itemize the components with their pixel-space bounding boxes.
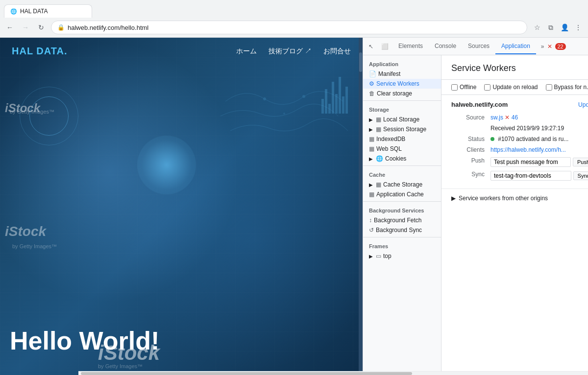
sidebar-item-web-sql[interactable]: ▦ Web SQL (363, 144, 441, 154)
sw-received-value: Received 2019/9/9 19:27:19 (490, 125, 588, 132)
sw-error-count-link[interactable]: 46 (512, 114, 518, 121)
bypass-checkbox-label[interactable]: Bypass for n... (546, 84, 588, 91)
tab-elements[interactable]: Elements (392, 39, 429, 54)
sync-button[interactable]: Sync (573, 171, 588, 180)
offline-label: Offline (460, 84, 476, 91)
tab-bar: 🌐 HAL DATA (0, 0, 588, 18)
sync-input[interactable] (490, 171, 571, 181)
sidebar-section-storage: Storage (363, 103, 441, 115)
sidebar-label-bg-sync: Background Sync (376, 227, 422, 234)
sidebar-item-cache-storage[interactable]: ▶ ▦ Cache Storage (363, 180, 441, 189)
offline-checkbox-label[interactable]: Offline (451, 84, 476, 91)
browser-toolbar: ← → ↻ 🔒 halweb.netlify.com/hello.html ☆ … (0, 18, 588, 37)
sidebar-label-cache-storage: Cache Storage (383, 181, 422, 188)
cache-storage-icon: ▦ (376, 181, 381, 188)
sidebar-item-top-frame[interactable]: ▶ ▭ top (363, 251, 441, 261)
sidebar-divider-3 (363, 201, 441, 202)
sidebar-item-bg-sync[interactable]: ↺ Background Sync (363, 225, 441, 235)
address-bar[interactable]: 🔒 halweb.netlify.com/hello.html (51, 21, 527, 34)
bypass-label: Bypass for n... (554, 84, 588, 91)
sidebar-item-clear-storage[interactable]: 🗑 Clear storage (363, 89, 441, 98)
bypass-checkbox[interactable] (546, 84, 552, 91)
profile-button[interactable]: 👤 (559, 22, 570, 33)
tab-console[interactable]: Console (429, 39, 462, 54)
lock-icon: 🔒 (57, 24, 65, 31)
url-text: halweb.netlify.com/hello.html (68, 24, 148, 31)
sidebar-item-service-workers[interactable]: ⚙ Service Workers (363, 79, 441, 89)
main-content: iStock by Getty Images™ iStock by Getty … (0, 38, 588, 375)
sw-other-origins-section: ▶ Service workers from other origins (441, 189, 588, 208)
sw-source-file-link[interactable]: sw.js (490, 114, 503, 121)
devtools-tab-bar: ↖ ⬜ Elements Console Sources Application… (363, 38, 588, 55)
sidebar-label-local-storage: Local Storage (383, 116, 419, 123)
sidebar-label-top: top (383, 253, 392, 259)
sidebar-item-manifest[interactable]: 📄 Manifest (363, 69, 441, 79)
tab-sources[interactable]: Sources (462, 39, 495, 54)
site-nav-links: ホーム 技術ブログ ↗ お問合せ (236, 47, 351, 56)
update-on-reload-checkbox[interactable] (484, 84, 490, 91)
tab-application[interactable]: Application (495, 39, 536, 54)
sidebar-item-session-storage[interactable]: ▶ ▦ Session Storage (363, 124, 441, 134)
sidebar-divider-4 (363, 237, 441, 237)
cursor-icon[interactable]: ↖ (365, 41, 377, 52)
error-x-icon: ✕ (547, 43, 552, 50)
hero-heading: Hello World! (10, 326, 159, 355)
sw-sync-label: Sync (451, 171, 490, 178)
sw-sync-row: Sync Sync (451, 169, 588, 183)
sidebar-item-indexeddb[interactable]: ▦ IndexedDB (363, 134, 441, 144)
offline-checkbox[interactable] (451, 84, 458, 91)
forward-button[interactable]: → (20, 22, 31, 33)
sidebar-item-local-storage[interactable]: ▶ ▦ Local Storage (363, 115, 441, 124)
update-on-reload-checkbox-label[interactable]: Update on reload (484, 84, 538, 91)
getty-watermark-2: by Getty Images™ (12, 243, 57, 249)
sw-update-link[interactable]: Upd... (578, 101, 588, 108)
local-storage-icon: ▦ (376, 116, 381, 123)
svg-point-1 (302, 95, 305, 98)
extensions-button[interactable]: ⧉ (545, 22, 557, 33)
site-logo: HAL DATA. (12, 46, 67, 57)
sw-origin-section: halweb.netlify.com Upd... Source sw.js ✕… (441, 95, 588, 189)
error-count-badge: 22 (555, 43, 566, 50)
sw-push-value: Push (490, 157, 588, 167)
sidebar-item-cookies[interactable]: ▶ 🌐 Cookies (363, 154, 441, 164)
world-map-svg (216, 77, 353, 150)
sidebar-item-bg-fetch[interactable]: ↕ Background Fetch (363, 215, 441, 225)
push-input[interactable] (490, 157, 571, 167)
sw-origin-row: halweb.netlify.com Upd... (451, 101, 588, 108)
more-tabs-button[interactable]: » (538, 41, 547, 52)
cookies-icon: 🌐 (376, 155, 383, 162)
error-button[interactable]: ✕ 22 (547, 43, 566, 50)
sw-other-origins-toggle[interactable]: ▶ Service workers from other origins (451, 195, 588, 202)
sw-controls: Offline Update on reload Bypass for n... (441, 80, 588, 95)
push-button[interactable]: Push (573, 158, 588, 166)
devtools-icon-buttons: ↖ ⬜ (365, 41, 391, 52)
device-icon[interactable]: ⬜ (379, 41, 391, 52)
sw-push-label: Push (451, 157, 490, 164)
sw-status-value: #1070 activated and is ru... (490, 136, 588, 142)
expand-icon-cache: ▶ (369, 182, 373, 188)
sidebar-section-frames: Frames (363, 239, 441, 251)
sw-clients-row: Clients https://halweb.netlify.com/h... (451, 144, 588, 155)
web-sql-icon: ▦ (369, 145, 374, 152)
sw-sync-value: Sync (490, 171, 588, 181)
devtools-horizontal-scrollbar[interactable] (441, 371, 588, 375)
reload-button[interactable]: ↻ (35, 22, 47, 33)
sw-clients-link[interactable]: https://halweb.netlify.com/h... (490, 146, 566, 153)
tab-title: HAL DATA (20, 8, 48, 15)
sidebar-label-manifest: Manifest (378, 70, 400, 77)
sidebar-item-app-cache[interactable]: ▦ Application Cache (363, 189, 441, 199)
session-storage-icon: ▦ (376, 126, 381, 133)
menu-button[interactable]: ⋮ (572, 22, 584, 33)
more-tabs: » ✕ 22 (536, 41, 568, 52)
sidebar-section-cache: Cache (363, 168, 441, 180)
sw-source-row: Source sw.js ✕ 46 (451, 112, 588, 123)
sw-status-label: Status (451, 136, 490, 142)
bookmark-button[interactable]: ☆ (531, 22, 543, 33)
website-scrollbar-track[interactable] (359, 38, 363, 375)
sw-source-label: Source (451, 114, 490, 121)
nav-link-home[interactable]: ホーム (236, 47, 257, 56)
back-button[interactable]: ← (4, 22, 16, 33)
browser-tab[interactable]: 🌐 HAL DATA (4, 4, 92, 18)
nav-link-blog[interactable]: 技術ブログ ↗ (269, 47, 312, 56)
nav-link-contact[interactable]: お問合せ (323, 47, 351, 56)
